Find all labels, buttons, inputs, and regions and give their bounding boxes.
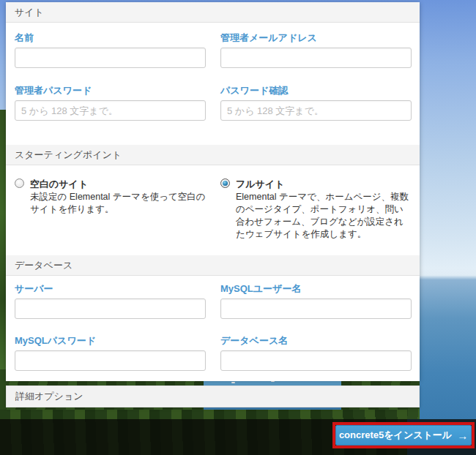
install-button[interactable]: concrete5をインストール → bbox=[335, 425, 472, 445]
db-password-input[interactable] bbox=[15, 350, 206, 371]
database-row-2: MySQLパスワード データベース名 bbox=[6, 335, 420, 371]
full-site-description: Elemental テーマで、ホームページ、複数のページタイプ、ポートフォリオ、… bbox=[236, 191, 412, 241]
site-name-input[interactable] bbox=[15, 48, 206, 68]
site-row-1: 名前 管理者メールアドレス bbox=[6, 32, 420, 68]
password-confirm-label: パスワード確認 bbox=[220, 85, 412, 96]
blank-site-radio[interactable] bbox=[15, 178, 24, 188]
admin-password-label: 管理者パスワード bbox=[15, 85, 206, 96]
db-name-input[interactable] bbox=[220, 350, 412, 371]
admin-email-label: 管理者メールアドレス bbox=[220, 32, 412, 43]
admin-email-input[interactable] bbox=[220, 48, 412, 68]
installer-screen: サイト 名前 管理者メールアドレス 管理者パスワード パスワード確認 スタ bbox=[0, 0, 476, 455]
site-name-field: 名前 bbox=[15, 32, 206, 68]
starting-point-options: 空白のサイト 未設定の Elemental テーマを使って空白のサイトを作ります… bbox=[6, 177, 420, 241]
db-password-field: MySQLパスワード bbox=[15, 335, 206, 371]
section-header-starting-point: スターティングポイント bbox=[6, 145, 420, 165]
db-username-field: MySQLユーザー名 bbox=[220, 283, 412, 319]
db-server-field: サーバー bbox=[15, 283, 206, 319]
arrow-right-icon: → bbox=[457, 430, 468, 441]
advanced-options-bar[interactable]: 詳細オプション bbox=[6, 386, 420, 407]
admin-email-field: 管理者メールアドレス bbox=[220, 32, 412, 68]
admin-password-input[interactable] bbox=[15, 100, 206, 121]
db-server-label: サーバー bbox=[15, 283, 206, 294]
full-site-radio[interactable] bbox=[220, 178, 230, 188]
site-row-2: 管理者パスワード パスワード確認 bbox=[6, 85, 420, 121]
highlight-box: concrete5をインストール → bbox=[332, 422, 475, 448]
advanced-options-label: 詳細オプション bbox=[15, 391, 83, 402]
db-username-input[interactable] bbox=[220, 298, 412, 319]
option-blank-site[interactable]: 空白のサイト 未設定の Elemental テーマを使って空白のサイトを作ります… bbox=[15, 177, 206, 241]
password-confirm-field: パスワード確認 bbox=[220, 85, 412, 121]
admin-password-field: 管理者パスワード bbox=[15, 85, 206, 121]
db-server-input[interactable] bbox=[15, 298, 206, 319]
full-site-label[interactable]: フルサイト bbox=[236, 178, 285, 189]
db-username-label: MySQLユーザー名 bbox=[220, 283, 412, 294]
site-name-label: 名前 bbox=[15, 32, 206, 43]
option-full-site[interactable]: フルサイト Elemental テーマで、ホームページ、複数のページタイプ、ポー… bbox=[220, 177, 412, 241]
section-header-starting-point-label: スターティングポイント bbox=[15, 149, 122, 160]
blank-site-description: 未設定の Elemental テーマを使って空白のサイトを作ります。 bbox=[30, 191, 206, 216]
install-form-panel: サイト 名前 管理者メールアドレス 管理者パスワード パスワード確認 スタ bbox=[6, 2, 420, 381]
section-header-database: データベース bbox=[6, 255, 420, 276]
section-header-database-label: データベース bbox=[15, 260, 72, 271]
database-row-1: サーバー MySQLユーザー名 bbox=[6, 283, 420, 319]
db-password-label: MySQLパスワード bbox=[15, 335, 206, 346]
password-confirm-input[interactable] bbox=[220, 100, 412, 121]
db-name-label: データベース名 bbox=[220, 335, 412, 346]
section-header-site: サイト bbox=[6, 2, 420, 23]
db-name-field: データベース名 bbox=[220, 335, 412, 371]
section-header-site-label: サイト bbox=[15, 7, 44, 18]
blank-site-label[interactable]: 空白のサイト bbox=[30, 178, 88, 189]
boat-speck bbox=[231, 382, 235, 383]
install-button-label: concrete5をインストール bbox=[339, 429, 452, 442]
